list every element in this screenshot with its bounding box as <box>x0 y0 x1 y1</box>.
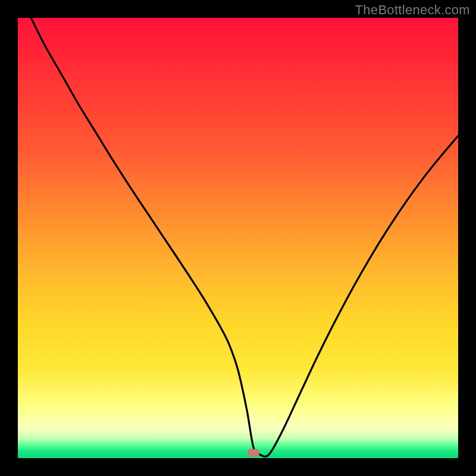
chart-container: TheBottleneck.com <box>0 0 476 476</box>
bottleneck-curve <box>31 18 458 456</box>
plot-area <box>18 18 458 458</box>
watermark-text: TheBottleneck.com <box>355 2 470 18</box>
minimum-marker <box>248 449 259 457</box>
chart-svg <box>18 18 458 458</box>
